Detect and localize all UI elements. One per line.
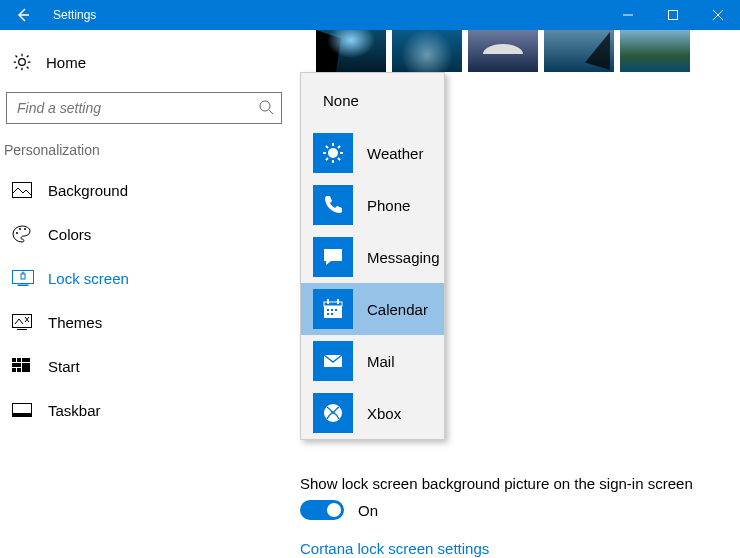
svg-point-5 — [24, 228, 26, 230]
palette-icon — [12, 225, 36, 243]
sidebar-item-label: Taskbar — [48, 402, 101, 419]
dropdown-item-phone[interactable]: Phone — [301, 179, 444, 231]
window-title: Settings — [45, 8, 605, 22]
mail-icon — [313, 341, 353, 381]
back-button[interactable] — [0, 0, 45, 30]
sidebar-item-label: Start — [48, 358, 80, 375]
sidebar-item-background[interactable]: Background — [0, 168, 300, 212]
thumbnail[interactable] — [468, 30, 538, 72]
svg-rect-0 — [668, 11, 677, 20]
svg-rect-17 — [17, 368, 21, 372]
sidebar-home-label: Home — [46, 54, 86, 71]
svg-rect-7 — [18, 285, 28, 286]
svg-rect-26 — [331, 309, 333, 311]
dropdown-item-messaging[interactable]: Messaging — [301, 231, 444, 283]
titlebar: Settings — [0, 0, 740, 30]
phone-icon — [313, 185, 353, 225]
svg-point-20 — [328, 148, 338, 158]
sidebar-item-start[interactable]: Start — [0, 344, 300, 388]
svg-rect-27 — [335, 309, 337, 311]
minimize-button[interactable] — [605, 0, 650, 30]
svg-rect-8 — [21, 274, 25, 279]
dropdown-item-xbox[interactable]: Xbox — [301, 387, 444, 439]
chat-icon — [313, 237, 353, 277]
dropdown-item-label: Phone — [367, 197, 410, 214]
themes-icon — [12, 314, 36, 330]
thumbnail[interactable] — [620, 30, 690, 72]
dropdown-item-mail[interactable]: Mail — [301, 335, 444, 387]
svg-point-1 — [260, 101, 270, 111]
dropdown-item-label: Xbox — [367, 405, 401, 422]
svg-rect-12 — [17, 358, 21, 362]
search-box[interactable] — [6, 92, 282, 124]
main-content: None Weather Phone Messaging Calendar Ma… — [300, 30, 740, 558]
cortana-lock-screen-link[interactable]: Cortana lock screen settings — [300, 540, 489, 557]
sidebar-item-colors[interactable]: Colors — [0, 212, 300, 256]
sidebar-item-themes[interactable]: Themes — [0, 300, 300, 344]
sun-icon — [313, 133, 353, 173]
svg-rect-25 — [327, 309, 329, 311]
thumbnail[interactable] — [544, 30, 614, 72]
sidebar-section-header: Personalization — [0, 138, 300, 168]
dropdown-item-label: Mail — [367, 353, 395, 370]
arrow-left-icon — [15, 7, 31, 23]
svg-rect-22 — [324, 302, 342, 306]
image-icon — [12, 182, 36, 198]
sidebar: Home Personalization Background Colors L… — [0, 30, 300, 558]
svg-rect-15 — [22, 363, 30, 372]
taskbar-icon — [12, 403, 36, 417]
close-button[interactable] — [695, 0, 740, 30]
xbox-icon — [313, 393, 353, 433]
sidebar-home[interactable]: Home — [0, 42, 300, 82]
gear-icon — [12, 52, 36, 72]
calendar-icon — [313, 289, 353, 329]
dropdown-item-none[interactable]: None — [301, 73, 444, 127]
sidebar-item-label: Background — [48, 182, 128, 199]
svg-rect-10 — [17, 329, 27, 330]
search-icon — [258, 99, 274, 119]
svg-rect-29 — [331, 313, 333, 315]
dropdown-item-label: Weather — [367, 145, 423, 162]
dropdown-item-label: Calendar — [367, 301, 428, 318]
close-icon — [713, 10, 723, 20]
sidebar-item-label: Themes — [48, 314, 102, 331]
thumbnail[interactable] — [316, 30, 386, 72]
minimize-icon — [623, 10, 633, 20]
window-controls — [605, 0, 740, 30]
svg-rect-13 — [22, 358, 30, 362]
search-input[interactable] — [6, 92, 282, 124]
svg-rect-11 — [12, 358, 16, 362]
svg-rect-24 — [337, 299, 339, 304]
app-picker-dropdown: None Weather Phone Messaging Calendar Ma… — [300, 72, 445, 440]
signin-picture-toggle[interactable] — [300, 500, 344, 520]
dropdown-item-weather[interactable]: Weather — [301, 127, 444, 179]
sidebar-item-taskbar[interactable]: Taskbar — [0, 388, 300, 432]
svg-rect-23 — [327, 299, 329, 304]
svg-rect-19 — [13, 413, 32, 417]
sidebar-item-lock-screen[interactable]: Lock screen — [0, 256, 300, 300]
svg-rect-16 — [12, 368, 16, 372]
start-icon — [12, 358, 36, 374]
thumbnail[interactable] — [392, 30, 462, 72]
sidebar-item-label: Lock screen — [48, 270, 129, 287]
dropdown-item-calendar[interactable]: Calendar — [301, 283, 444, 335]
svg-rect-28 — [327, 313, 329, 315]
svg-point-4 — [19, 228, 21, 230]
toggle-state-label: On — [358, 502, 378, 519]
lock-screen-icon — [12, 270, 36, 286]
maximize-button[interactable] — [650, 0, 695, 30]
background-thumbnails — [316, 30, 740, 72]
maximize-icon — [668, 10, 678, 20]
dropdown-item-label: Messaging — [367, 249, 440, 266]
svg-rect-14 — [12, 363, 21, 367]
signin-picture-label: Show lock screen background picture on t… — [300, 475, 693, 492]
svg-point-3 — [16, 232, 18, 234]
sidebar-item-label: Colors — [48, 226, 91, 243]
